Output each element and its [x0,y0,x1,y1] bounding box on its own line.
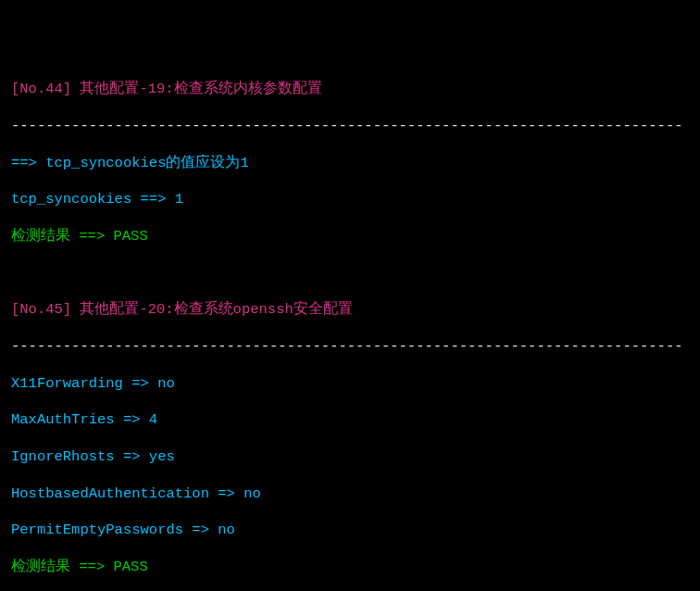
check-detail: HostbasedAuthentication => no [11,485,689,504]
check-result: 检测结果 ==> PASS [11,559,689,577]
check-header: [No.45] 其他配置-20:检查系统openssh安全配置 [11,301,689,320]
check-detail: X11Forwarding => no [11,375,689,394]
check-result: 检测结果 ==> PASS [11,228,689,246]
check-detail: tcp_syncookies ==> 1 [11,191,689,209]
check-header: [No.44] 其他配置-19:检查系统内核参数配置 [11,81,689,99]
divider: ----------------------------------------… [11,118,689,136]
check-detail: MaxAuthTries => 4 [11,411,689,430]
check-detail: ==> tcp_syncookies的值应设为1 [11,155,689,173]
check-detail: IgnoreRhosts => yes [11,448,689,467]
blank-line [11,265,689,283]
check-detail: PermitEmptyPasswords => no [11,522,689,540]
divider: ----------------------------------------… [11,338,689,357]
